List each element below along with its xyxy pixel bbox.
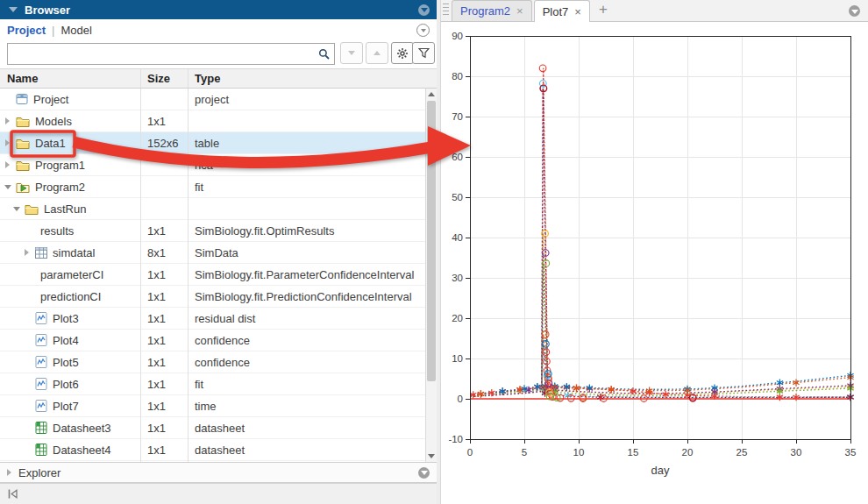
series-line-pred-red bbox=[470, 68, 850, 397]
tab-menu-icon[interactable] bbox=[849, 5, 860, 17]
item-size: 1x1 bbox=[147, 268, 166, 281]
column-divider bbox=[188, 89, 189, 462]
item-type: table bbox=[195, 137, 423, 150]
folder-icon bbox=[16, 138, 30, 149]
y-tick-label: 50 bbox=[452, 192, 463, 202]
item-size: 1x1 bbox=[147, 115, 166, 128]
find-next-button[interactable] bbox=[340, 42, 363, 64]
folder-icon bbox=[16, 116, 30, 127]
tree-row-plot6[interactable]: Plot61x1fit bbox=[0, 373, 425, 395]
y-tick-label: 40 bbox=[452, 232, 463, 243]
explorer-menu-icon[interactable] bbox=[418, 467, 430, 479]
y-tick-label: 30 bbox=[452, 273, 463, 283]
item-type: datasheet bbox=[195, 444, 423, 457]
tree-row-results[interactable]: results1x1SimBiology.fit.OptimResults bbox=[0, 220, 425, 242]
item-name: Data1 bbox=[35, 137, 66, 150]
column-divider bbox=[140, 69, 141, 88]
x-tick-label: 25 bbox=[736, 447, 748, 458]
tree-row-models[interactable]: Models1x1 bbox=[0, 110, 425, 132]
browser-toolbar bbox=[0, 40, 437, 68]
tree-row-plot7[interactable]: Plot71x1time bbox=[0, 395, 425, 417]
tree-row-simdatal[interactable]: simdatal8x1SimData bbox=[0, 242, 425, 264]
series-line-pred-cyan bbox=[470, 84, 850, 397]
plot-tab-bar: Program2×Plot7× + bbox=[441, 0, 868, 22]
scope-project-link[interactable]: Project bbox=[7, 24, 46, 37]
series-line-pred-green bbox=[470, 264, 850, 396]
search-input[interactable] bbox=[8, 44, 318, 64]
tree-row-datasheet4[interactable]: Datasheet41x1datasheet bbox=[0, 439, 425, 461]
tree-row-plot3[interactable]: Plot31x1residual dist bbox=[0, 308, 425, 330]
expand-icon[interactable] bbox=[2, 139, 13, 146]
item-type: SimBiology.fit.PredictionConfidenceInter… bbox=[195, 290, 423, 303]
tree-row-data1[interactable]: Data1152x6table bbox=[0, 132, 425, 154]
tab-grip-icon[interactable] bbox=[443, 4, 449, 18]
close-icon[interactable]: × bbox=[574, 6, 581, 18]
expand-icon[interactable] bbox=[21, 249, 32, 256]
tree-column-header[interactable]: Name Size Type bbox=[0, 68, 437, 89]
scroll-up-icon[interactable] bbox=[426, 89, 437, 100]
settings-button[interactable] bbox=[391, 42, 414, 64]
item-type: project bbox=[195, 93, 423, 106]
collapse-icon[interactable] bbox=[2, 185, 13, 189]
explorer-panel-header[interactable]: Explorer bbox=[0, 462, 437, 483]
tree-row-project[interactable]: Projectproject bbox=[0, 89, 425, 110]
scope-divider: | bbox=[52, 24, 54, 37]
tree-row-predictionci[interactable]: predictionCI1x1SimBiology.fit.Prediction… bbox=[0, 286, 425, 308]
tab-plot7[interactable]: Plot7× bbox=[534, 0, 590, 22]
tree-row-program1[interactable]: Program1nca bbox=[0, 154, 425, 176]
collapse-panel-icon[interactable] bbox=[9, 7, 18, 12]
item-name: Program2 bbox=[35, 181, 85, 194]
expand-explorer-icon[interactable] bbox=[7, 469, 11, 476]
scroll-down-icon[interactable] bbox=[426, 451, 437, 462]
project-icon bbox=[16, 93, 28, 105]
tree-scrollbar[interactable] bbox=[425, 89, 437, 462]
x-tick-label: 10 bbox=[573, 447, 585, 458]
item-type: residual dist bbox=[195, 312, 423, 325]
item-name: Plot5 bbox=[53, 356, 79, 369]
collapse-left-icon[interactable] bbox=[7, 488, 18, 500]
y-tick-label: 70 bbox=[452, 111, 463, 122]
item-name: Models bbox=[35, 115, 72, 128]
find-previous-button[interactable] bbox=[366, 42, 388, 64]
tree-row-program2[interactable]: Program2fit bbox=[0, 176, 425, 198]
y-tick-label: -10 bbox=[448, 434, 463, 444]
expand-icon[interactable] bbox=[2, 117, 13, 124]
filter-button[interactable] bbox=[412, 42, 435, 64]
tree-row-plot4[interactable]: Plot41x1confidence bbox=[0, 330, 425, 351]
panel-menu-icon[interactable] bbox=[418, 4, 430, 16]
browser-panel: Browser Project | Model bbox=[0, 0, 437, 504]
column-header-size[interactable]: Size bbox=[147, 72, 170, 85]
new-tab-button[interactable]: + bbox=[599, 1, 608, 18]
plot-icon bbox=[35, 312, 47, 324]
scope-model-link[interactable]: Model bbox=[60, 24, 91, 37]
folder-icon bbox=[16, 160, 30, 171]
column-header-name[interactable]: Name bbox=[7, 72, 38, 85]
tab-label: Program2 bbox=[460, 4, 510, 18]
tab-program2[interactable]: Program2× bbox=[452, 0, 532, 21]
tree-row-lastrun[interactable]: LastRun bbox=[0, 198, 425, 220]
collapse-icon[interactable] bbox=[11, 207, 22, 211]
item-name: LastRun bbox=[44, 202, 86, 216]
scrollbar-thumb[interactable] bbox=[427, 101, 436, 381]
y-tick-label: 0 bbox=[458, 394, 463, 404]
item-size: 1x1 bbox=[147, 378, 166, 391]
chevron-up-icon bbox=[374, 51, 381, 55]
expand-icon[interactable] bbox=[2, 161, 13, 168]
browser-panel-header[interactable]: Browser bbox=[0, 0, 437, 19]
tree-row-plot5[interactable]: Plot51x1confidence bbox=[0, 351, 425, 373]
tree-row-datasheet3[interactable]: Datasheet31x1datasheet bbox=[0, 417, 425, 439]
column-divider bbox=[140, 89, 141, 462]
item-name: simdatal bbox=[53, 246, 95, 259]
item-name: results bbox=[40, 224, 74, 238]
close-icon[interactable]: × bbox=[516, 5, 523, 17]
tree-row-parameterci[interactable]: parameterCI1x1SimBiology.fit.ParameterCo… bbox=[0, 264, 425, 286]
y-tick-label: 20 bbox=[452, 313, 463, 323]
item-type: time bbox=[195, 400, 423, 413]
item-name: Plot4 bbox=[53, 334, 79, 347]
scope-menu-icon[interactable] bbox=[416, 24, 430, 37]
series-line-pred-yellow bbox=[470, 233, 850, 395]
search-icon[interactable] bbox=[318, 48, 331, 60]
column-header-type[interactable]: Type bbox=[195, 72, 220, 85]
plot-icon bbox=[35, 400, 47, 412]
x-tick-label: 20 bbox=[682, 447, 694, 458]
